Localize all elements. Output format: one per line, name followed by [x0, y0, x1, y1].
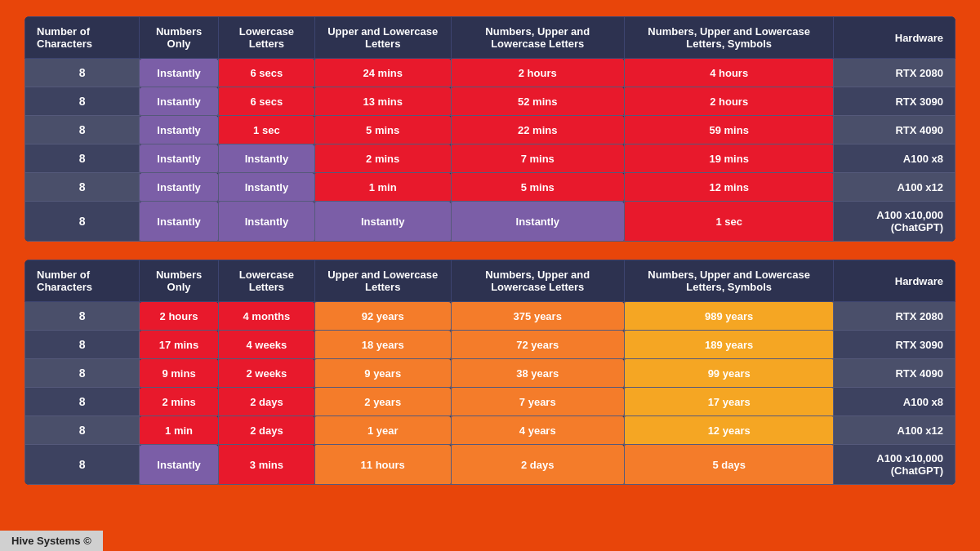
- table-cell: 12 mins: [624, 173, 833, 202]
- table-cell: 5 days: [624, 445, 833, 485]
- table-cell: 989 years: [624, 302, 833, 331]
- table-cell: 19 mins: [624, 144, 833, 173]
- table-cell: 4 years: [451, 416, 624, 445]
- table-cell: 2 days: [218, 388, 314, 416]
- table-cell: 24 mins: [314, 59, 451, 87]
- table-cell: 8: [25, 173, 140, 202]
- table2-wrapper: Number of Characters Numbers Only Lowerc…: [24, 260, 956, 485]
- table-cell: RTX 3090: [834, 87, 956, 116]
- table-cell: 2 days: [451, 445, 624, 485]
- col2-header-nums: Numbers Only: [140, 260, 219, 302]
- table-row: 817 mins4 weeks18 years72 years189 years…: [25, 331, 956, 359]
- table-row: 81 min2 days1 year4 years12 yearsA100 x1…: [25, 416, 956, 445]
- table-cell: A100 x10,000 (ChatGPT): [834, 445, 956, 485]
- table-cell: 2 mins: [314, 144, 451, 173]
- table-cell: Instantly: [314, 202, 451, 242]
- table-cell: 4 hours: [624, 59, 833, 87]
- table-cell: A100 x8: [834, 144, 956, 173]
- table-row: 8Instantly6 secs24 mins2 hours4 hoursRTX…: [25, 59, 956, 87]
- table-cell: 92 years: [314, 302, 451, 331]
- table1-header-row: Number of Characters Numbers Only Lowerc…: [25, 17, 956, 59]
- table-cell: 12 years: [624, 416, 833, 445]
- table-cell: 375 years: [451, 302, 624, 331]
- table-row: 8Instantly6 secs13 mins52 mins2 hoursRTX…: [25, 87, 956, 116]
- table-cell: 59 mins: [624, 116, 833, 144]
- table-row: 8Instantly3 mins11 hours2 days5 daysA100…: [25, 445, 956, 485]
- table-cell: Instantly: [451, 202, 624, 242]
- col-header-upper-lower: Upper and Lowercase Letters: [314, 17, 451, 59]
- table-cell: RTX 4090: [834, 359, 956, 388]
- table-cell: A100 x10,000 (ChatGPT): [834, 202, 956, 242]
- table-cell: 8: [25, 416, 140, 445]
- col-header-lower: Lowercase Letters: [218, 17, 314, 59]
- table-cell: 2 weeks: [218, 359, 314, 388]
- table-cell: 8: [25, 202, 140, 242]
- table1: Number of Characters Numbers Only Lowerc…: [24, 16, 956, 242]
- col2-header-lower: Lowercase Letters: [218, 260, 314, 302]
- table-cell: 8: [25, 445, 140, 485]
- table-cell: 7 mins: [451, 144, 624, 173]
- table-cell: 17 mins: [140, 331, 219, 359]
- table-row: 8InstantlyInstantly2 mins7 mins19 minsA1…: [25, 144, 956, 173]
- table-cell: Instantly: [140, 144, 219, 173]
- table-cell: 8: [25, 388, 140, 416]
- table-row: 82 mins2 days2 years7 years17 yearsA100 …: [25, 388, 956, 416]
- table-cell: 4 months: [218, 302, 314, 331]
- table-cell: 1 min: [140, 416, 219, 445]
- col2-header-hardware: Hardware: [834, 260, 956, 302]
- table-cell: Instantly: [140, 87, 219, 116]
- table-row: 8Instantly1 sec5 mins22 mins59 minsRTX 4…: [25, 116, 956, 144]
- col2-header-nums-upper-lower: Numbers, Upper and Lowercase Letters: [451, 260, 624, 302]
- table1-wrapper: Number of Characters Numbers Only Lowerc…: [24, 16, 956, 242]
- table-cell: RTX 3090: [834, 331, 956, 359]
- table-cell: 99 years: [624, 359, 833, 388]
- table-cell: 189 years: [624, 331, 833, 359]
- table-cell: 2 years: [314, 388, 451, 416]
- table-cell: 1 sec: [624, 202, 833, 242]
- table-cell: 6 secs: [218, 87, 314, 116]
- table-cell: Instantly: [140, 116, 219, 144]
- col-header-chars: Number of Characters: [25, 17, 140, 59]
- table-cell: A100 x8: [834, 388, 956, 416]
- table-cell: 4 weeks: [218, 331, 314, 359]
- col2-header-all: Numbers, Upper and Lowercase Letters, Sy…: [624, 260, 833, 302]
- table-cell: 2 mins: [140, 388, 219, 416]
- table-cell: 6 secs: [218, 59, 314, 87]
- table-cell: Instantly: [218, 202, 314, 242]
- table-cell: 8: [25, 331, 140, 359]
- table2-header-row: Number of Characters Numbers Only Lowerc…: [25, 260, 956, 302]
- table-cell: 72 years: [451, 331, 624, 359]
- table-cell: 5 mins: [451, 173, 624, 202]
- table-cell: Instantly: [218, 144, 314, 173]
- table-row: 8InstantlyInstantlyInstantlyInstantly1 s…: [25, 202, 956, 242]
- table-cell: 8: [25, 59, 140, 87]
- table-cell: 1 min: [314, 173, 451, 202]
- table-cell: RTX 2080: [834, 302, 956, 331]
- table-cell: 8: [25, 116, 140, 144]
- table-row: 82 hours4 months92 years375 years989 yea…: [25, 302, 956, 331]
- table-cell: 2 hours: [451, 59, 624, 87]
- table-cell: 11 hours: [314, 445, 451, 485]
- table-cell: 9 years: [314, 359, 451, 388]
- table-cell: 1 year: [314, 416, 451, 445]
- table-cell: Instantly: [140, 173, 219, 202]
- table-cell: 2 hours: [624, 87, 833, 116]
- table-cell: 8: [25, 359, 140, 388]
- table2: Number of Characters Numbers Only Lowerc…: [24, 260, 956, 485]
- table-cell: 18 years: [314, 331, 451, 359]
- table-cell: 38 years: [451, 359, 624, 388]
- table-cell: 8: [25, 87, 140, 116]
- col-header-nums: Numbers Only: [140, 17, 219, 59]
- table-cell: 22 mins: [451, 116, 624, 144]
- table-cell: 8: [25, 302, 140, 331]
- table-cell: 7 years: [451, 388, 624, 416]
- table-cell: 1 sec: [218, 116, 314, 144]
- table-cell: Instantly: [140, 59, 219, 87]
- table-cell: 13 mins: [314, 87, 451, 116]
- table-row: 8InstantlyInstantly1 min5 mins12 minsA10…: [25, 173, 956, 202]
- table-cell: 8: [25, 144, 140, 173]
- table-cell: 2 hours: [140, 302, 219, 331]
- col2-header-upper-lower: Upper and Lowercase Letters: [314, 260, 451, 302]
- col-header-hardware: Hardware: [834, 17, 956, 59]
- table-cell: 5 mins: [314, 116, 451, 144]
